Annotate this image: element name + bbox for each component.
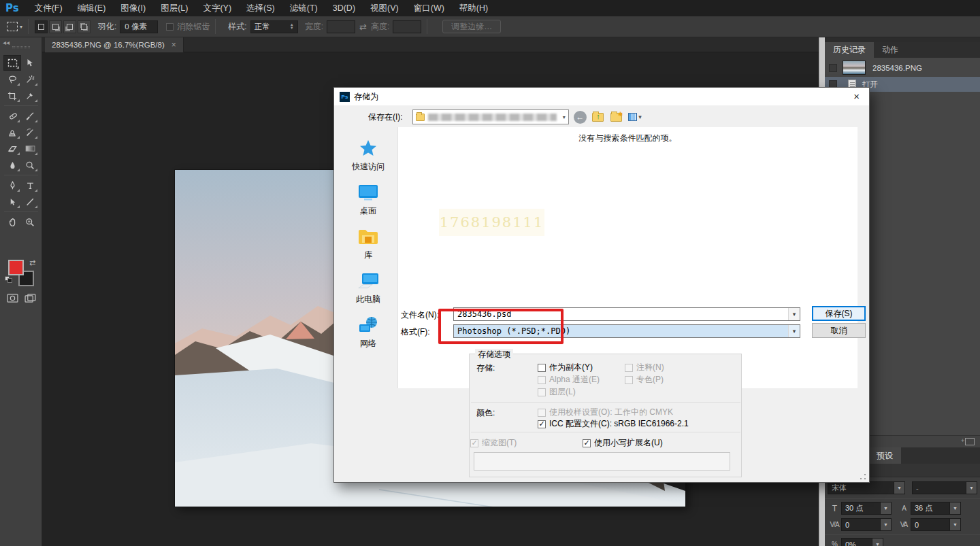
menu-3d[interactable]: 3D(D) [325, 0, 363, 16]
checkbox-spot-colors[interactable]: 专色(P) [625, 374, 664, 386]
checkbox-as-copy[interactable]: 作为副本(Y) [538, 362, 593, 373]
new-snapshot-icon[interactable] [965, 438, 975, 445]
tool-type[interactable] [21, 177, 39, 193]
leading-select[interactable]: 36 点 ▼ [911, 502, 961, 515]
tool-hand[interactable] [3, 214, 21, 230]
chevron-down-icon[interactable]: ▼ [894, 482, 904, 494]
swap-width-height-icon[interactable]: ⇄ [359, 22, 367, 32]
chevron-down-icon[interactable]: ▾ [788, 325, 800, 337]
checkbox-box[interactable] [470, 439, 478, 447]
refine-edge-button[interactable]: 调整边缘… [442, 20, 501, 33]
checkbox-box[interactable] [583, 439, 591, 447]
tool-magic-wand[interactable] [21, 71, 39, 87]
tab-actions[interactable]: 动作 [874, 42, 906, 58]
save-in-select[interactable]: ▾ [412, 109, 569, 124]
tool-zoom[interactable] [21, 214, 39, 230]
checkbox-box[interactable] [538, 376, 546, 384]
close-tab-icon[interactable]: × [172, 40, 176, 50]
chevron-down-icon[interactable]: ▼ [880, 519, 891, 530]
menu-edit[interactable]: 编辑(E) [70, 0, 114, 16]
menu-help[interactable]: 帮助(H) [452, 0, 495, 16]
tool-blur[interactable] [3, 157, 21, 173]
antialias-checkbox[interactable]: 消除锯齿 [166, 21, 210, 33]
checkbox-annotations[interactable]: 注释(N) [625, 362, 664, 373]
history-snapshot-row[interactable]: 2835436.PNG [825, 59, 980, 76]
chevron-down-icon[interactable]: ▾ [788, 308, 800, 320]
tool-crop[interactable] [3, 88, 21, 103]
menu-window[interactable]: 窗口(W) [406, 0, 452, 16]
foreground-color-swatch[interactable] [8, 260, 24, 275]
quick-mask-button[interactable] [3, 291, 21, 305]
document-tab[interactable]: 2835436.PNG @ 16.7%(RGB/8) × [45, 37, 184, 52]
scale-select[interactable]: 0% ▼ [841, 538, 883, 546]
dialog-resize-grip[interactable] [860, 473, 866, 480]
antialias-checkbox-box[interactable] [166, 23, 174, 31]
tool-path-selection[interactable] [3, 194, 21, 209]
chevron-down-icon[interactable]: ▼ [966, 482, 977, 494]
tab-history[interactable]: 历史记录 [825, 42, 874, 58]
selection-mode-add-button[interactable] [49, 20, 62, 33]
view-menu-button[interactable]: ▾ [628, 110, 642, 124]
tool-spot-healing-brush[interactable] [3, 108, 21, 124]
checkbox-box[interactable] [538, 364, 546, 372]
new-folder-button[interactable]: ✱ [610, 110, 623, 124]
chevron-down-icon[interactable]: ▼ [949, 519, 960, 530]
collapse-panel-icon[interactable]: ◂◂ [3, 39, 10, 46]
back-button[interactable]: ← [574, 111, 587, 124]
sidebar-item-desktop[interactable]: 桌面 [340, 182, 397, 217]
checkbox-layers[interactable]: 图层(L) [538, 386, 576, 398]
tool-line[interactable] [21, 194, 39, 209]
selection-mode-new-button[interactable] [35, 20, 48, 33]
default-colors-icon[interactable] [5, 276, 13, 283]
save-button[interactable]: 保存(S) [812, 306, 866, 321]
width-input[interactable] [327, 20, 355, 33]
checkbox-alpha-channels[interactable]: Alpha 通道(E) [538, 374, 600, 386]
checkbox-box[interactable] [538, 409, 546, 417]
menu-select[interactable]: 选择(S) [239, 0, 282, 16]
menu-image[interactable]: 图像(I) [113, 0, 153, 16]
cancel-button[interactable]: 取消 [812, 323, 866, 338]
font-family-select[interactable]: 宋体 ▼ [828, 481, 905, 494]
up-one-level-button[interactable]: ↑ [591, 110, 605, 124]
menu-view[interactable]: 视图(V) [363, 0, 406, 16]
tool-preset-picker[interactable]: ▾ [7, 22, 22, 31]
style-select[interactable]: 正常 ▲▼ [250, 20, 298, 33]
tool-eyedropper[interactable] [21, 88, 39, 103]
font-style-select[interactable]: - ▼ [912, 481, 977, 494]
checkbox-lowercase-extension[interactable]: 使用小写扩展名(U) [583, 437, 663, 449]
panel-grip[interactable] [12, 46, 30, 48]
tool-clone-stamp[interactable] [3, 124, 21, 140]
menu-layer[interactable]: 图层(L) [153, 0, 195, 16]
tool-pen[interactable] [3, 177, 21, 193]
checkbox-box[interactable] [625, 364, 633, 372]
sidebar-item-network[interactable]: 网络 [340, 315, 397, 349]
chevron-down-icon[interactable]: ▼ [872, 539, 883, 546]
swap-colors-icon[interactable]: ⇄ [29, 258, 35, 267]
menu-file[interactable]: 文件(F) [27, 0, 70, 16]
sidebar-item-quick-access[interactable]: 快速访问 [340, 138, 397, 173]
checkbox-proof-setup[interactable]: 使用校样设置(O): 工作中的 CMYK [538, 407, 673, 418]
tab-presets[interactable]: 预设 [868, 447, 901, 464]
file-list-area[interactable]: 没有与搜索条件匹配的项。 1768198111 [397, 127, 858, 388]
tracking-select[interactable]: 0 ▼ [911, 518, 961, 531]
font-size-select[interactable]: 30 点 ▼ [841, 502, 892, 515]
sidebar-item-libraries[interactable]: 库 [340, 226, 397, 261]
dialog-title-bar[interactable]: Ps 存储为 × [334, 88, 869, 105]
checkbox-box[interactable] [538, 420, 546, 428]
screen-mode-button[interactable] [21, 291, 39, 305]
selection-mode-intersect-button[interactable] [78, 20, 91, 33]
kerning-select[interactable]: 0 ▼ [841, 518, 892, 531]
checkbox-thumbnail[interactable]: 缩览图(T) [470, 437, 517, 449]
selection-mode-subtract-button[interactable] [63, 20, 76, 33]
tool-rectangular-marquee[interactable] [3, 55, 21, 71]
chevron-down-icon[interactable]: ▼ [880, 502, 891, 514]
tool-move[interactable] [21, 55, 39, 71]
menu-type[interactable]: 文字(Y) [195, 0, 239, 16]
dialog-close-icon[interactable]: × [853, 90, 860, 102]
tool-gradient[interactable] [21, 141, 39, 156]
checkbox-box[interactable] [538, 388, 546, 396]
tool-eraser[interactable] [3, 141, 21, 156]
tool-brush[interactable] [21, 108, 39, 124]
sidebar-item-this-pc[interactable]: 此电脑 [340, 271, 397, 305]
feather-input[interactable]: 0 像素 [120, 20, 158, 33]
